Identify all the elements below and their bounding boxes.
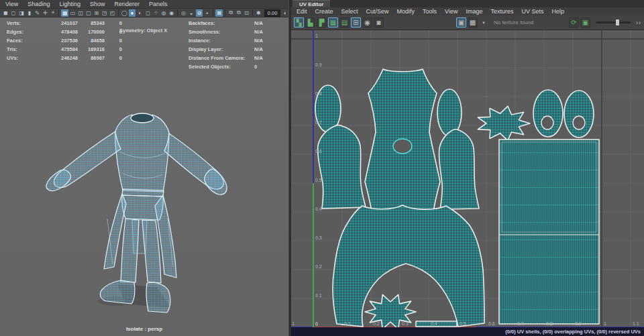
persp-menu-panels[interactable]: Panels (149, 1, 168, 7)
measure-icon[interactable]: ⌖ (50, 9, 57, 17)
camera-attributes-icon[interactable]: ◨ (18, 9, 25, 17)
lighting-icon[interactable]: ◎ (180, 9, 187, 17)
uv-menu-textures[interactable]: Textures (490, 8, 513, 15)
uv-shell-pants[interactable] (333, 205, 484, 327)
wireframe-on-shaded-icon[interactable]: ◍ (160, 9, 168, 17)
uv-menu-tools[interactable]: Tools (423, 8, 437, 15)
toolbar-separator (252, 9, 253, 16)
exposure-icon[interactable]: ✱ (255, 9, 262, 17)
uv-menu-edit[interactable]: Edit (297, 8, 307, 15)
layout-shells-icon[interactable]: ▚ (294, 17, 304, 27)
image-dim-slider[interactable] (596, 21, 631, 23)
copy-layout-icon[interactable]: ⧉ (227, 9, 235, 17)
flat-shade-icon[interactable]: ◐ (136, 9, 144, 17)
torso-hole (393, 139, 412, 154)
pixel-snap-icon[interactable]: ◉ (362, 17, 372, 27)
left-glove-mesh[interactable] (46, 170, 71, 191)
uv-menu-select[interactable]: Select (341, 8, 358, 15)
gate-mask-icon[interactable]: ▢ (85, 9, 93, 17)
toolbar-separator (177, 9, 178, 16)
uv-canvas[interactable]: -0.100.10.20.30.40.50.60.70.80.911.110.9… (291, 30, 644, 327)
x-axis-label: 1 (604, 321, 606, 326)
lock-camera-icon[interactable]: ◻ (10, 9, 17, 17)
uv-shell-egg-right[interactable] (564, 91, 594, 137)
y-axis-label: 0.9 (315, 62, 322, 67)
shadows-icon[interactable]: ◒ (188, 9, 195, 17)
exposure-field[interactable]: 0.00 (264, 9, 281, 17)
uv-editor-tab[interactable]: UV Editor (292, 0, 330, 7)
image-display-icon[interactable]: ▣ (456, 17, 466, 27)
right-glove-mesh[interactable] (205, 169, 227, 194)
slider-handle[interactable] (616, 19, 619, 25)
toolbar-separator (213, 9, 213, 16)
uv-menu-create[interactable]: Create (315, 8, 333, 15)
points-icon[interactable]: ⁘ (152, 9, 160, 17)
uv-toolbar-right: ▣▩ ▼ No texture found ⟳▣ ›› (456, 17, 644, 27)
motion-blur-icon[interactable]: ▪ (203, 9, 211, 17)
expand-toolbar-icon[interactable]: ›› (636, 19, 641, 26)
uv-shell-sleeve-right[interactable] (437, 89, 462, 136)
isolate-select-icon[interactable]: ⊠ (215, 9, 223, 17)
uv-menu-help[interactable]: Help (552, 8, 565, 15)
x-axis-label: -0.1 (291, 321, 294, 326)
film-gate-icon[interactable]: ▭ (69, 9, 76, 17)
distortion-display-icon[interactable]: ▤ (339, 17, 350, 27)
checker-pattern-icon[interactable]: ▩ (468, 17, 478, 27)
resolution-gate-icon[interactable]: ◫ (77, 9, 85, 17)
grease-pencil-icon[interactable]: ✎ (34, 9, 41, 17)
safe-title-icon[interactable]: ◰ (109, 9, 116, 17)
gamma-icon[interactable]: ◖ (281, 9, 288, 17)
y-axis-label: 1 (315, 34, 318, 38)
persp-menu-renderer[interactable]: Renderer (114, 1, 140, 7)
cut-shell-icon[interactable]: ▙ (305, 17, 315, 27)
smooth-shade-icon[interactable]: ● (129, 9, 136, 17)
refresh-textures-icon[interactable]: ⟳ (569, 17, 579, 27)
persp-menu-lighting[interactable]: Lighting (59, 1, 80, 7)
paste-layout-icon[interactable]: ⧉ (235, 9, 243, 17)
right-leg-mesh[interactable] (142, 220, 161, 283)
image-range-icon[interactable]: ▣ (580, 17, 590, 27)
wireframe-icon[interactable]: ◯ (121, 9, 128, 17)
default-material-icon[interactable]: ◉ (168, 9, 175, 17)
uv-snapshot-icon[interactable]: ◙ (374, 17, 384, 27)
uv-shell-hand-top[interactable] (478, 106, 530, 140)
bounding-box-icon[interactable]: ◻ (144, 9, 152, 17)
uv-shell-arm-left[interactable] (318, 125, 366, 209)
checker-display-icon[interactable]: ▦ (328, 17, 338, 27)
field-chart-icon[interactable]: ⊞ (93, 9, 100, 17)
texture-dropdown-icon[interactable]: ▼ (482, 21, 486, 25)
left-boot-mesh[interactable] (100, 280, 135, 304)
persp-menu-view[interactable]: View (5, 1, 18, 7)
left-leg-mesh[interactable] (121, 219, 139, 282)
uv-menu-uv-sets[interactable]: UV Sets (521, 8, 543, 15)
sew-shell-icon[interactable]: ▛ (317, 17, 327, 27)
right-boot-mesh[interactable] (146, 282, 170, 313)
y-axis-label: 0.2 (315, 264, 322, 269)
grid-display-icon[interactable]: ⊞ (351, 17, 361, 27)
y-axis-label: 0.5 (315, 178, 322, 182)
x-axis-label: 1.1 (633, 321, 639, 326)
snap-move-icon[interactable]: ✛ (42, 9, 49, 17)
maya-window: ViewShadingLightingShowRendererPanels ◼◻… (0, 0, 644, 336)
persp-menu-show[interactable]: Show (90, 1, 105, 7)
uv-menu-view[interactable]: View (445, 8, 458, 15)
uv-shell-cape[interactable] (499, 139, 599, 324)
uv-menu-image[interactable]: Image (466, 8, 482, 15)
uv-menu-cut-sew[interactable]: Cut/Sew (366, 8, 389, 15)
uv-shell-arm-right[interactable] (439, 129, 479, 209)
y-axis-label: 0 (315, 322, 318, 327)
uv-toolbar: ▚▙▛▦▤⊞◉◙ ▣▩ ▼ No texture found ⟳▣ ›› (291, 15, 644, 30)
persp-viewport[interactable]: Verts:241037853430Edges:4784081700000Fac… (0, 17, 288, 336)
x-axis-label: 0.4 (431, 321, 437, 326)
ambient-occlusion-icon[interactable]: ⊘ (196, 9, 203, 17)
select-camera-icon[interactable]: ◼ (2, 9, 9, 17)
uv-menu-modify[interactable]: Modify (397, 8, 415, 15)
y-axis-label: 0.1 (315, 293, 322, 298)
safe-action-icon[interactable]: ◳ (101, 9, 108, 17)
zoom-region-icon[interactable]: ⊡ (243, 9, 250, 17)
persp-menu-shading[interactable]: Shading (28, 1, 50, 7)
bookmark-icon[interactable]: ▮ (25, 9, 33, 17)
y-axis-label: 0.8 (315, 91, 322, 96)
grid-toggle-icon[interactable]: ▦ (61, 9, 68, 17)
character-mesh[interactable] (0, 17, 288, 336)
